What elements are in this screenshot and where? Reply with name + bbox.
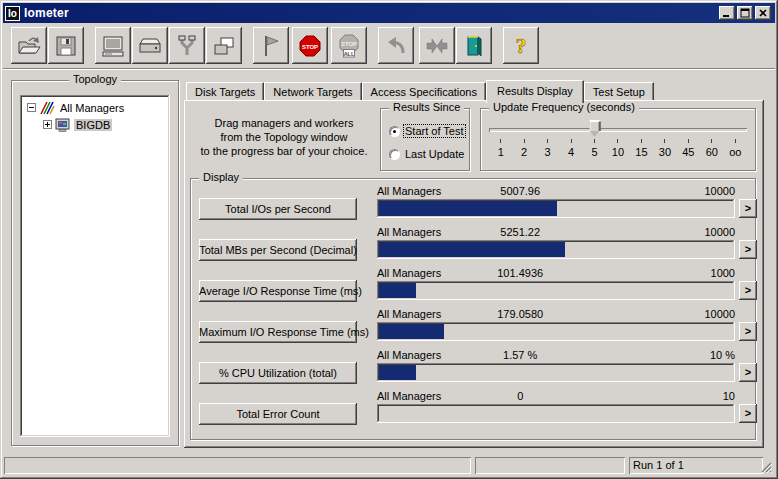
- minimize-icon: [722, 8, 732, 18]
- results-since-caption: Results Since: [389, 101, 464, 113]
- bar-value: 0: [517, 390, 523, 402]
- tree-item-all-managers[interactable]: All Managers: [22, 99, 168, 116]
- tab-network-targets[interactable]: Network Targets: [264, 82, 361, 101]
- tab-test-setup[interactable]: Test Setup: [584, 82, 654, 101]
- slider-tick-label: 1: [498, 146, 504, 158]
- expand-results-button[interactable]: >: [739, 404, 757, 423]
- stop-test-icon: STOP: [297, 33, 323, 59]
- slider-track[interactable]: [489, 128, 747, 132]
- save-config-button[interactable]: [48, 27, 84, 64]
- stop-all-tests-icon: STOP ALL: [336, 33, 362, 59]
- svg-text:?: ?: [516, 33, 527, 58]
- metric-button[interactable]: % CPU Utilization (total): [199, 362, 357, 384]
- title-bar[interactable]: Io Iometer: [3, 3, 775, 23]
- tab-disk-targets[interactable]: Disk Targets: [186, 82, 264, 101]
- start-tests-button[interactable]: [253, 27, 289, 64]
- slider-tick-label: 15: [635, 146, 647, 158]
- all-managers-icon: [39, 100, 55, 116]
- results-display-panel: Drag managers and workers from the Topol…: [184, 100, 764, 448]
- metric-button[interactable]: Total Error Count: [199, 403, 357, 425]
- radio-label[interactable]: Start of Test: [404, 125, 465, 137]
- bar-header: All Managers 0 10: [377, 390, 735, 403]
- radio-button-icon[interactable]: [389, 149, 400, 160]
- expand-results-button[interactable]: >: [739, 281, 757, 300]
- radio-start-of-test[interactable]: Start of Test: [389, 125, 465, 137]
- move-workers-button[interactable]: [419, 27, 455, 64]
- bar-value: 101.4936: [497, 267, 543, 279]
- resize-grip-icon[interactable]: [759, 460, 772, 473]
- display-row: Average I/O Response Time (ms) All Manag…: [191, 267, 755, 308]
- new-network-worker-icon: [174, 33, 200, 59]
- maximize-button[interactable]: [737, 6, 753, 20]
- expand-results-button[interactable]: >: [739, 240, 757, 259]
- reset-workers-button[interactable]: [378, 27, 414, 64]
- duplicate-worker-button[interactable]: [206, 27, 242, 64]
- tab-access-specifications[interactable]: Access Specifications: [362, 82, 486, 101]
- bar-max-value: 10: [723, 390, 735, 402]
- display-row: Total I/Os per Second All Managers 5007.…: [191, 185, 755, 226]
- new-manager-icon: [100, 33, 126, 59]
- bar-scope-label: All Managers: [377, 349, 441, 361]
- progress-bar[interactable]: [377, 363, 735, 382]
- exit-button[interactable]: [456, 27, 492, 64]
- expand-results-button[interactable]: >: [739, 199, 757, 218]
- exit-door-icon: [461, 33, 487, 59]
- expand-expander-icon[interactable]: [43, 120, 52, 129]
- minimize-button[interactable]: [719, 6, 735, 20]
- metric-button[interactable]: Average I/O Response Time (ms): [199, 280, 357, 302]
- svg-text:STOP: STOP: [341, 41, 357, 47]
- open-icon: [16, 33, 42, 59]
- bar-value: 1.57 %: [503, 349, 537, 361]
- bar-scope-label: All Managers: [377, 267, 441, 279]
- start-new-network-worker-button[interactable]: [169, 27, 205, 64]
- progress-bar[interactable]: [377, 322, 735, 341]
- update-frequency-slider[interactable]: 123451015304560oo: [489, 119, 747, 165]
- status-pane-run: Run 1 of 1: [629, 457, 763, 474]
- tab-strip: Disk TargetsNetwork TargetsAccess Specif…: [184, 80, 764, 101]
- bar-value: 5007.96: [500, 185, 540, 197]
- tree-label[interactable]: All Managers: [58, 102, 126, 114]
- radio-label[interactable]: Last Update: [404, 148, 465, 160]
- expand-results-button[interactable]: >: [739, 322, 757, 341]
- radio-button-icon[interactable]: [389, 126, 400, 137]
- help-button[interactable]: ?: [503, 27, 539, 64]
- display-row: Total Error Count All Managers 0 10 >: [191, 390, 755, 431]
- manager-computer-icon: [55, 117, 71, 133]
- display-row: % CPU Utilization (total) All Managers 1…: [191, 349, 755, 390]
- tree-item-manager[interactable]: BIGDB: [22, 116, 168, 133]
- collapse-expander-icon[interactable]: [27, 103, 36, 112]
- stop-test-button[interactable]: STOP: [292, 27, 328, 64]
- bar-header: All Managers 5007.96 10000: [377, 185, 735, 198]
- bar-value: 5251.22: [500, 226, 540, 238]
- progress-bar[interactable]: [377, 240, 735, 259]
- main-content: Topology All Managers: [3, 70, 775, 453]
- metric-button[interactable]: Total MBs per Second (Decimal): [199, 239, 357, 261]
- progress-bar[interactable]: [377, 199, 735, 218]
- progress-bar[interactable]: [377, 281, 735, 300]
- slider-tick-label: oo: [729, 146, 741, 158]
- bar-header: All Managers 5251.22 10000: [377, 226, 735, 239]
- progress-bar[interactable]: [377, 404, 735, 423]
- slider-thumb-icon[interactable]: [589, 120, 600, 136]
- stop-all-tests-button[interactable]: STOP ALL: [331, 27, 367, 64]
- start-new-disk-worker-button[interactable]: [132, 27, 168, 64]
- slider-tick-labels: 123451015304560oo: [489, 146, 747, 158]
- bar-value: 179.0580: [497, 308, 543, 320]
- slider-tick-label: 10: [612, 146, 624, 158]
- radio-last-update[interactable]: Last Update: [389, 148, 465, 160]
- status-pane-1: [4, 457, 471, 474]
- metric-button[interactable]: Total I/Os per Second: [199, 198, 357, 220]
- expand-results-button[interactable]: >: [739, 363, 757, 382]
- svg-text:STOP: STOP: [302, 43, 318, 49]
- tree-label[interactable]: BIGDB: [74, 119, 112, 131]
- topology-tree[interactable]: All Managers BIGDB: [20, 95, 170, 437]
- bar-header: All Managers 1.57 % 10 %: [377, 349, 735, 362]
- close-button[interactable]: [755, 6, 771, 20]
- metric-button[interactable]: Maximum I/O Response Time (ms): [199, 321, 357, 343]
- svg-text:ALL: ALL: [344, 50, 355, 56]
- bar-max-value: 10000: [704, 226, 735, 238]
- open-config-button[interactable]: [11, 27, 47, 64]
- start-new-manager-button[interactable]: [95, 27, 131, 64]
- maximize-icon: [740, 8, 750, 18]
- tab-results-display[interactable]: Results Display: [486, 80, 584, 103]
